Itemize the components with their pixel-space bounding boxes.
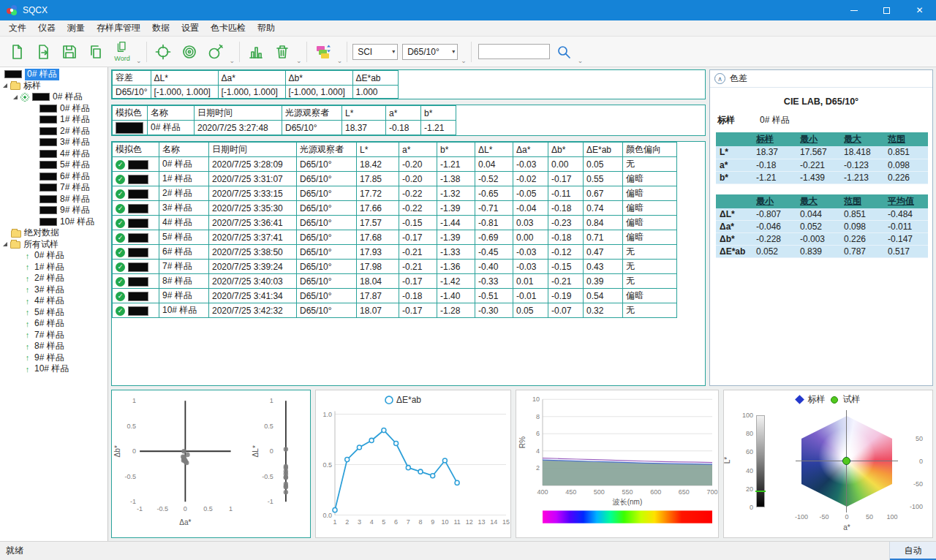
menu-item[interactable]: 仪器 xyxy=(32,20,61,36)
search-input[interactable] xyxy=(478,44,550,59)
toolbar-overflow-icon[interactable]: ⌄ xyxy=(337,58,343,64)
stats-row: Δa*-0.0460.0520.098-0.011 xyxy=(716,221,928,233)
tree-item-standard-node[interactable]: 0# 样品 xyxy=(0,91,107,103)
cell-name: 7# 样品 xyxy=(159,260,209,274)
auto-mode-button[interactable]: 自动 xyxy=(889,542,936,560)
sample-row[interactable]: ✓1# 样品2020/7/25 3:31:07D65/10°17.85-0.20… xyxy=(113,172,677,186)
sample-row[interactable]: ✓7# 样品2020/7/25 3:39:24D65/10°17.98-0.21… xyxy=(113,260,677,274)
tree-item-standard-sample[interactable]: 0# 样品 xyxy=(0,103,107,115)
search-button[interactable] xyxy=(551,38,576,66)
sample-row[interactable]: ✓4# 样品2020/7/25 3:36:41D65/10°17.57-0.15… xyxy=(113,216,677,230)
tree-item-standard-sample[interactable]: 7# 样品 xyxy=(0,182,107,194)
sample-row[interactable]: ✓9# 样品2020/7/25 3:41:34D65/10°17.87-0.18… xyxy=(113,289,677,303)
tree-item-trial[interactable]: ↑8# 样品 xyxy=(0,341,107,352)
menu-item[interactable]: 色卡匹检 xyxy=(205,20,252,36)
export-word-button[interactable]: Word xyxy=(110,38,135,66)
tree-item-standard-sample[interactable]: 1# 样品 xyxy=(0,114,107,126)
tree-item-trial[interactable]: ↑3# 样品 xyxy=(0,284,107,296)
expander-icon[interactable] xyxy=(3,83,7,88)
menu-item[interactable]: 文件 xyxy=(3,20,32,36)
collapse-panel-button[interactable]: ∧ xyxy=(714,73,725,84)
tree-item-trial[interactable]: ↑4# 样品 xyxy=(0,295,107,307)
standard-row[interactable]: 0# 样品 2020/7/25 3:27:48 D65/10° 18.37 -0… xyxy=(113,121,456,135)
cell-name: 2# 样品 xyxy=(159,186,209,201)
calibrate-target-button[interactable] xyxy=(151,38,176,66)
scatter-point xyxy=(185,453,189,457)
illuminant-observer-dropdown[interactable]: D65/10°▾ xyxy=(402,44,458,60)
col-header: ΔE*ab xyxy=(352,71,398,86)
col-header: 名称 xyxy=(148,106,195,121)
color-swatch xyxy=(39,218,57,226)
tree-item-trial[interactable]: ↑10# 样品 xyxy=(0,363,107,375)
sample-row[interactable]: ✓10# 样品2020/7/25 3:42:32D65/10°18.07-0.1… xyxy=(113,303,677,318)
tree-item-trial[interactable]: ↑2# 样品 xyxy=(0,273,107,284)
minimize-button[interactable] xyxy=(837,0,870,20)
tree-item-trial[interactable]: ↑0# 样品 xyxy=(0,250,107,262)
tree-item-standard-sample[interactable]: 10# 样品 xyxy=(0,216,107,228)
report-chart-button[interactable] xyxy=(244,38,268,66)
spectral-chart-panel[interactable]: 246810400450500550600650700R%波长(nm) xyxy=(516,390,719,538)
svg-text:1: 1 xyxy=(132,397,136,404)
tree-folder-absolute[interactable]: 绝对数据 xyxy=(0,227,107,239)
cell-datetime: 2020/7/25 3:37:41 xyxy=(209,230,297,245)
tree-item-standard-sample[interactable]: 9# 样品 xyxy=(0,205,107,216)
sample-row[interactable]: ✓0# 样品2020/7/25 3:28:09D65/10°18.42-0.20… xyxy=(113,157,677,172)
menu-item[interactable]: 数据 xyxy=(146,20,176,36)
sample-row[interactable]: ✓5# 样品2020/7/25 3:37:41D65/10°17.68-0.17… xyxy=(113,230,677,245)
tree-item-standard-sample[interactable]: 3# 样品 xyxy=(0,137,107,148)
toolbar-overflow-icon[interactable]: ⌄ xyxy=(136,58,142,64)
sample-row[interactable]: ✓2# 样品2020/7/25 3:33:15D65/10°17.72-0.22… xyxy=(113,186,677,201)
tree-item-trial[interactable]: ↑6# 样品 xyxy=(0,318,107,330)
tree-item-standard-sample[interactable]: 5# 样品 xyxy=(0,159,107,171)
tree-item-trial[interactable]: ↑7# 样品 xyxy=(0,330,107,341)
copy-button[interactable] xyxy=(83,38,108,66)
delete-button[interactable] xyxy=(270,38,295,66)
menu-item[interactable]: 设置 xyxy=(176,20,205,36)
tree-item-trial[interactable]: ↑5# 样品 xyxy=(0,307,107,319)
sci-mode-dropdown[interactable]: SCI▾ xyxy=(352,44,398,60)
sample-row[interactable]: ✓8# 样品2020/7/25 3:40:03D65/10°18.04-0.17… xyxy=(113,274,677,289)
tree-item-trial[interactable]: ↑9# 样品 xyxy=(0,352,107,364)
tree-item-standard-sample[interactable]: 6# 样品 xyxy=(0,171,107,183)
menu-item[interactable]: 存样库管理 xyxy=(91,20,146,36)
toolbar-overflow-icon[interactable]: ⌄ xyxy=(578,58,584,64)
lab-colorwheel-panel[interactable]: 标样试样L*100806040200500-50-100-100-5005010… xyxy=(723,390,933,538)
cell-dE: 0.32 xyxy=(584,303,623,318)
sample-row[interactable]: ✓3# 样品2020/7/25 3:35:30D65/10°17.66-0.22… xyxy=(113,201,677,216)
toolbar-overflow-icon[interactable]: ⌄ xyxy=(230,58,235,64)
tree-item-trial[interactable]: ↑1# 样品 xyxy=(0,262,107,273)
cell-L: 17.72 xyxy=(357,186,399,201)
cell-da: 0.01 xyxy=(513,274,548,289)
cell-observer: D65/10° xyxy=(297,201,357,216)
tree-folder-trials[interactable]: 所有试样 xyxy=(0,239,107,251)
close-button[interactable]: ✕ xyxy=(903,0,936,20)
tree-item-standard-sample[interactable]: 2# 样品 xyxy=(0,126,107,137)
stat-value: 0.851 xyxy=(840,208,884,221)
export-button[interactable] xyxy=(31,38,56,66)
tolerance-row[interactable]: D65/10° [-1.000, 1.000] [-1.000, 1.000] … xyxy=(113,86,399,99)
sample-row[interactable]: ✓6# 样品2020/7/25 3:38:50D65/10°17.93-0.21… xyxy=(113,245,677,260)
tree-item-label: 9# 样品 xyxy=(34,352,64,364)
tree-item-standard-sample[interactable]: 8# 样品 xyxy=(0,194,107,205)
toolbar-overflow-icon[interactable]: ⌄ xyxy=(461,58,467,64)
black-calibration-button[interactable] xyxy=(203,38,228,66)
expander-icon[interactable] xyxy=(13,95,18,99)
cell-L: 17.68 xyxy=(357,230,399,245)
svg-text:1: 1 xyxy=(270,397,273,404)
expander-icon[interactable] xyxy=(3,242,7,246)
new-document-button[interactable] xyxy=(4,38,29,66)
tree-item-selected-standard[interactable]: 0# 样品 xyxy=(0,69,107,80)
tree-folder-standards[interactable]: 标样 xyxy=(0,80,107,92)
maximize-button[interactable] xyxy=(870,0,903,20)
tree-item-standard-sample[interactable]: 4# 样品 xyxy=(0,148,107,160)
deltae-line-chart-panel[interactable]: ΔE*ab0.00.51.0123456789101112131415 xyxy=(315,390,511,538)
menu-item[interactable]: 测量 xyxy=(61,20,91,36)
cell-observer: D65/10° xyxy=(297,274,357,289)
white-calibration-button[interactable] xyxy=(177,38,202,66)
save-button[interactable] xyxy=(57,38,82,66)
toolbar-overflow-icon[interactable]: ⌄ xyxy=(296,58,302,64)
stats-header-row: 最小最大范围平均值 xyxy=(716,194,928,208)
scatter-chart-panel[interactable]: 10.50-0.5-1-1-0.500.51Δb*Δa*10.50-0.5-1Δ… xyxy=(111,390,311,538)
color-match-button[interactable] xyxy=(311,38,336,66)
menu-item[interactable]: 帮助 xyxy=(252,20,281,36)
